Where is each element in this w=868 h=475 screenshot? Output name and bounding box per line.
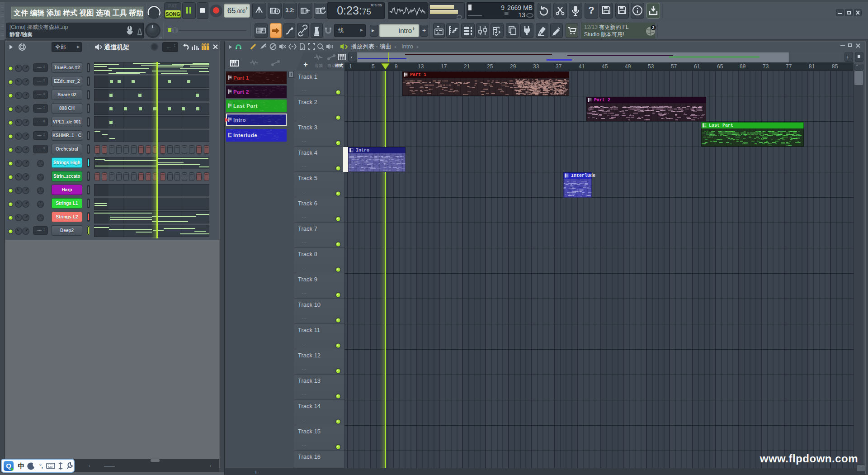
svg-text:2: 2 <box>652 25 654 30</box>
